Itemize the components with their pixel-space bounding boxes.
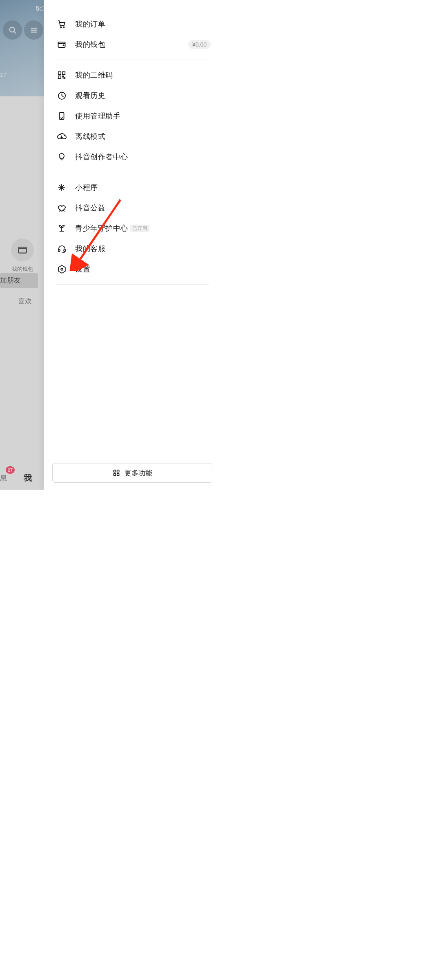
tab-like[interactable]: 喜欢 <box>18 296 32 306</box>
menu-item-label: 我的二维码 <box>75 70 113 80</box>
svg-rect-18 <box>114 470 116 472</box>
menu-item-support[interactable]: 我的客服 <box>52 238 212 259</box>
qrcode-icon <box>56 69 68 81</box>
svg-point-7 <box>63 27 65 28</box>
menu-divider <box>56 284 209 285</box>
drawer-menu: 我的订单 我的钱包 ¥0.00 我的二维码 观看历史 <box>52 8 212 460</box>
menu-button[interactable] <box>24 20 43 40</box>
menu-item-wallet[interactable]: 我的钱包 ¥0.00 <box>52 34 212 55</box>
menu-item-label: 观看历史 <box>75 91 105 100</box>
nav-messages[interactable]: 息 <box>0 473 7 483</box>
svg-rect-20 <box>114 474 116 476</box>
menu-item-creator-center[interactable]: 抖音创作者中心 <box>52 147 212 167</box>
menu-item-miniapp[interactable]: 小程序 <box>52 177 212 198</box>
menu-item-label: 小程序 <box>75 183 98 192</box>
bulb-icon <box>56 151 68 163</box>
profile-hero: 5:1 17 <box>0 0 44 96</box>
menu-item-charity[interactable]: 抖音公益 <box>52 198 212 218</box>
wallet-tile[interactable]: 我的钱包 <box>8 238 37 273</box>
svg-rect-10 <box>58 72 61 74</box>
cloud-download-icon <box>56 130 68 143</box>
menu-item-label: 设置 <box>75 264 90 274</box>
menu-item-label: 离线模式 <box>75 131 105 141</box>
svg-rect-21 <box>117 474 119 476</box>
menu-item-offline[interactable]: 离线模式 <box>52 126 212 147</box>
menu-item-orders[interactable]: 我的订单 <box>52 14 212 34</box>
sparkle-icon <box>56 181 68 194</box>
nav-me[interactable]: 我 <box>24 472 32 483</box>
svg-point-17 <box>61 268 63 270</box>
youth-enabled-tag: 已开启 <box>130 225 149 232</box>
svg-rect-12 <box>58 76 61 78</box>
menu-item-label: 青少年守护中心 <box>75 223 128 233</box>
phone-check-icon <box>56 110 68 122</box>
wallet-icon <box>17 245 28 255</box>
menu-item-youth-guard[interactable]: 青少年守护中心 已开启 <box>52 218 212 238</box>
menu-divider <box>56 60 209 60</box>
add-friend-button[interactable]: 加朋友 <box>0 273 38 288</box>
hamburger-icon <box>29 26 38 35</box>
menu-item-history[interactable]: 观看历史 <box>52 85 212 106</box>
menu-item-label: 使用管理助手 <box>75 111 120 121</box>
wallet-icon <box>56 38 68 51</box>
menu-item-usage-assistant[interactable]: 使用管理助手 <box>52 106 212 126</box>
svg-rect-11 <box>62 72 65 74</box>
menu-item-settings[interactable]: 设置 <box>52 259 212 279</box>
svg-rect-19 <box>117 470 119 472</box>
menu-divider <box>56 172 209 172</box>
menu-item-label: 我的客服 <box>75 244 105 254</box>
svg-line-1 <box>14 31 16 33</box>
clock-icon <box>56 89 68 102</box>
side-drawer: 我的订单 我的钱包 ¥0.00 我的二维码 观看历史 <box>44 0 220 490</box>
wallet-balance-pill: ¥0.00 <box>188 40 211 49</box>
svg-rect-8 <box>58 42 65 47</box>
svg-point-9 <box>63 45 64 46</box>
grid-icon <box>112 469 120 477</box>
menu-item-qrcode[interactable]: 我的二维码 <box>52 65 212 85</box>
search-button[interactable] <box>3 20 22 40</box>
menu-item-label: 我的订单 <box>75 19 105 29</box>
messages-badge: 27 <box>6 466 15 474</box>
wallet-tile-label: 我的钱包 <box>8 265 37 273</box>
settings-icon <box>56 263 68 275</box>
svg-rect-15 <box>58 249 60 252</box>
svg-point-6 <box>60 27 62 28</box>
more-functions-button[interactable]: 更多功能 <box>52 463 212 483</box>
cart-icon <box>56 18 68 30</box>
svg-rect-5 <box>18 247 27 253</box>
sprout-icon <box>56 222 68 234</box>
menu-item-label: 抖音创作者中心 <box>75 152 128 162</box>
profile-body: 我的钱包 加朋友 喜欢 息 27 我 <box>0 96 44 490</box>
profile-views-text: 17 <box>0 72 7 78</box>
headset-icon <box>56 243 68 255</box>
menu-item-label: 我的钱包 <box>75 40 105 49</box>
menu-item-label: 抖音公益 <box>75 203 105 213</box>
more-functions-label: 更多功能 <box>125 468 152 478</box>
bottom-nav: 息 27 我 <box>0 465 44 490</box>
search-icon <box>8 26 17 35</box>
heart-hands-icon <box>56 202 68 214</box>
